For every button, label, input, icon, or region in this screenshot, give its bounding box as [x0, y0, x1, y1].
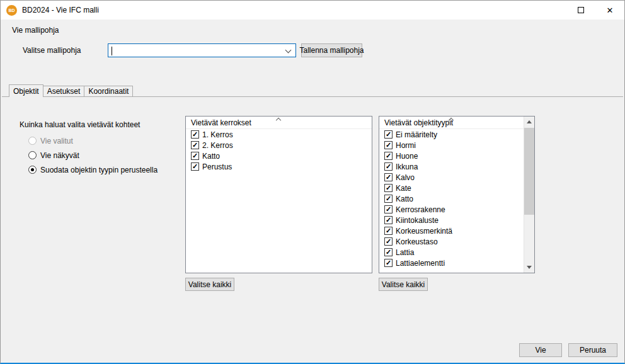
save-template-button[interactable]: Tallenna mallipohja — [301, 43, 362, 57]
scroll-up-button[interactable] — [524, 117, 534, 127]
checkmark-icon: ✓ — [386, 194, 391, 203]
checkmark-icon: ✓ — [386, 140, 391, 149]
field-label-valitse-mallipohja: Valitse mallipohja — [23, 46, 81, 55]
maximize-button[interactable] — [566, 1, 595, 20]
radio-label: Vie näkyvät — [40, 151, 79, 160]
radio-option[interactable]: Vie valitut — [28, 136, 158, 145]
checkbox-icon[interactable]: ✓ — [384, 130, 393, 139]
checkmark-icon: ✓ — [386, 173, 391, 181]
checkmark-icon: ✓ — [192, 162, 198, 171]
checkbox-icon[interactable]: ✓ — [191, 152, 199, 160]
scrollbar-thumb[interactable] — [524, 128, 534, 215]
floors-listbox: Vietävät kerrokset ✓ 1. Kerros ✓ 2. Kerr… — [185, 116, 372, 273]
checkbox-item[interactable]: ✓ Lattia — [379, 247, 524, 258]
checkbox-icon[interactable]: ✓ — [384, 248, 393, 256]
window-title: BD2024 - Vie IFC malli — [22, 6, 99, 14]
template-combobox-input[interactable] — [108, 44, 295, 57]
floors-list: ✓ 1. Kerros ✓ 2. Kerros ✓ Katto — [186, 129, 372, 273]
floors-list-header[interactable]: Vietävät kerrokset — [186, 117, 372, 129]
radio-button-icon[interactable] — [28, 151, 37, 159]
checkbox-icon[interactable]: ✓ — [384, 173, 393, 181]
cancel-button[interactable]: Peruuta — [568, 343, 617, 357]
radio-label: Suodata objektin tyypin perusteella — [40, 166, 158, 174]
template-combobox[interactable] — [108, 43, 296, 57]
triangle-down-icon — [527, 266, 532, 269]
checkbox-item[interactable]: ✓ Kiintokaluste — [379, 215, 524, 225]
checkmark-icon: ✓ — [386, 215, 391, 224]
tab[interactable]: Asetukset — [43, 86, 85, 96]
checkmark-icon: ✓ — [192, 140, 198, 149]
checkbox-label: Kerrosrakenne — [396, 205, 445, 214]
close-button[interactable]: ✕ — [595, 1, 624, 20]
scrollbar[interactable] — [524, 117, 534, 273]
checkbox-icon[interactable]: ✓ — [384, 184, 393, 192]
checkbox-icon[interactable]: ✓ — [384, 141, 393, 149]
checkbox-item[interactable]: ✓ Kalvo — [379, 172, 524, 183]
checkbox-item[interactable]: ✓ Ikkuna — [379, 161, 524, 172]
checkbox-item[interactable]: ✓ Kerrosrakenne — [379, 204, 524, 215]
floors-header-label: Vietävät kerrokset — [191, 118, 251, 127]
selection-question-label: Kuinka haluat valita vietävät kohteet — [20, 120, 140, 129]
tab-label: Asetukset — [47, 87, 81, 96]
app-icon: BD — [6, 5, 17, 16]
radio-option[interactable]: Suodata objektin tyypin perusteella — [28, 165, 158, 174]
checkbox-item[interactable]: ✓ Katto — [186, 151, 372, 161]
checkbox-item[interactable]: ✓ Kate — [379, 183, 524, 193]
checkbox-item[interactable]: ✓ 2. Kerros — [186, 140, 372, 151]
tab-bar: Objektit Asetukset Koordinaatit — [9, 84, 133, 97]
radio-label: Vie valitut — [40, 137, 73, 145]
checkbox-item[interactable]: ✓ Perustus — [186, 161, 372, 172]
checkbox-label: 2. Kerros — [202, 141, 233, 150]
checkbox-icon[interactable]: ✓ — [384, 152, 393, 160]
checkbox-icon[interactable]: ✓ — [384, 227, 393, 235]
checkbox-item[interactable]: ✓ Ei määritelty — [379, 129, 524, 140]
group-label-vie-mallipohja: Vie mallipohja — [12, 26, 59, 35]
checkbox-item[interactable]: ✓ 1. Kerros — [186, 129, 372, 140]
checkbox-icon[interactable]: ✓ — [191, 130, 199, 139]
checkbox-label: Perustus — [202, 162, 232, 171]
checkmark-icon: ✓ — [386, 247, 391, 256]
sort-asc-icon — [275, 118, 280, 123]
dialog-window: BD BD2024 - Vie IFC malli ✕ Vie mallipoh… — [0, 0, 625, 364]
radio-button-icon[interactable] — [28, 166, 37, 174]
checkmark-icon: ✓ — [386, 226, 391, 235]
types-list-header[interactable]: Vietävät objektityypit — [379, 117, 524, 129]
checkbox-item[interactable]: ✓ Hormi — [379, 140, 524, 151]
checkmark-icon: ✓ — [386, 130, 391, 139]
export-button[interactable]: Vie — [519, 343, 562, 357]
checkmark-icon: ✓ — [386, 151, 391, 160]
tab[interactable]: Koordinaatit — [84, 86, 133, 96]
select-all-types-button[interactable]: Valitse kaikki — [379, 278, 428, 291]
checkmark-icon: ✓ — [386, 237, 391, 246]
select-all-floors-button[interactable]: Valitse kaikki — [185, 278, 234, 291]
scroll-down-button[interactable] — [524, 262, 534, 273]
checkbox-label: Kiintokaluste — [396, 216, 439, 225]
radio-selected-dot — [31, 168, 34, 171]
maximize-icon — [578, 7, 584, 13]
checkbox-item[interactable]: ✓ Korkeustaso — [379, 236, 524, 247]
checkbox-label: Huone — [396, 152, 418, 161]
checkbox-icon[interactable]: ✓ — [384, 195, 393, 203]
checkbox-item[interactable]: ✓ Huone — [379, 151, 524, 161]
checkbox-icon[interactable]: ✓ — [384, 205, 393, 213]
checkmark-icon: ✓ — [192, 130, 198, 139]
checkbox-item[interactable]: ✓ Lattiaelementti — [379, 258, 524, 268]
checkbox-icon[interactable]: ✓ — [384, 237, 393, 246]
checkbox-item[interactable]: ✓ Katto — [379, 193, 524, 204]
checkbox-icon[interactable]: ✓ — [191, 162, 199, 171]
tab[interactable]: Objektit — [9, 84, 43, 97]
checkmark-icon: ✓ — [386, 183, 391, 192]
radio-option[interactable]: Vie näkyvät — [28, 151, 158, 160]
checkbox-label: Korkeustaso — [396, 237, 438, 246]
window-controls: ✕ — [566, 1, 624, 20]
checkbox-item[interactable]: ✓ Korkeusmerkintä — [379, 225, 524, 236]
checkbox-icon[interactable]: ✓ — [384, 162, 393, 171]
checkbox-icon[interactable]: ✓ — [191, 141, 199, 149]
checkbox-label: Katto — [202, 152, 220, 161]
radio-button-icon[interactable] — [28, 137, 37, 145]
checkbox-label: 1. Kerros — [202, 130, 233, 139]
tab-label: Koordinaatit — [88, 87, 129, 96]
types-header-label: Vietävät objektityypit — [384, 118, 453, 127]
checkbox-icon[interactable]: ✓ — [384, 259, 393, 267]
checkbox-icon[interactable]: ✓ — [384, 216, 393, 224]
